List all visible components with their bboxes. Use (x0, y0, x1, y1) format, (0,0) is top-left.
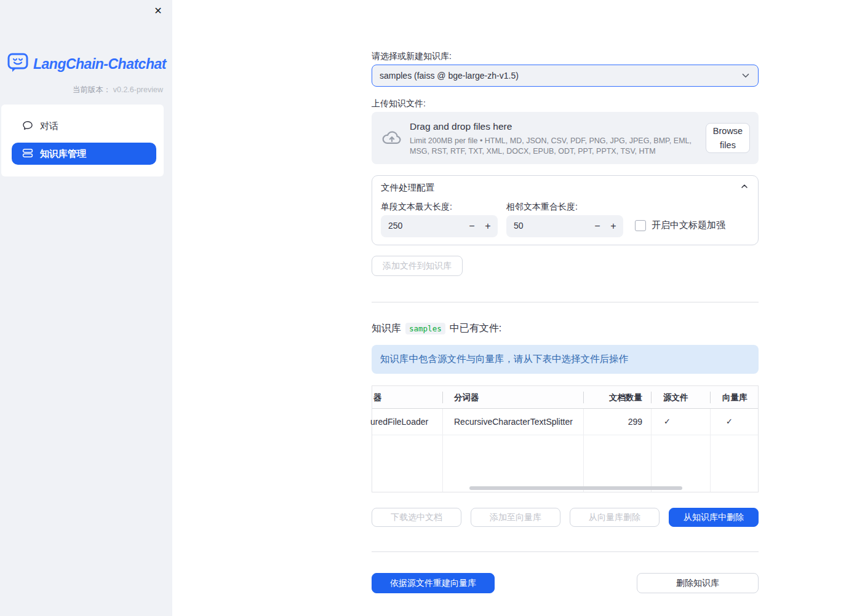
delete-kb-button[interactable]: 删除知识库 (637, 573, 759, 593)
rebuild-vector-store-button[interactable]: 依据源文件重建向量库 (372, 573, 495, 593)
table-horizontal-scrollbar[interactable] (469, 486, 682, 490)
logo-text: LangChain-Chatchat (33, 56, 166, 73)
checkbox-label: 开启中文标题加强 (652, 219, 725, 231)
main-content: 请选择或新建知识库: samples (faiss @ bge-large-zh… (372, 0, 759, 616)
info-alert: 知识库中包含源文件与向量库，请从下表中选择文件后操作 (372, 345, 759, 374)
checkbox-icon (635, 220, 646, 231)
app-window: ✕ LangChain-Chatchat 当前版本： v0.2.6-previe… (0, 0, 849, 616)
overlap-size-stepper: 50 − + (506, 215, 623, 237)
sidebar-item-knowledge-base[interactable]: 知识库管理 (12, 143, 156, 165)
cell-splitter[interactable]: RecursiveCharacterTextSplitter (454, 417, 573, 427)
table-row[interactable]: uredFileLoader RecursiveCharacterTextSpl… (372, 409, 758, 435)
sidebar-menu: 对话 知识库管理 (1, 105, 164, 176)
divider (372, 302, 759, 302)
col-header-splitter: 分词器 (454, 392, 479, 403)
dropzone-limit-text: Limit 200MB per file • HTML, MD, JSON, C… (410, 136, 693, 156)
chat-smiley-logo-icon (7, 53, 28, 76)
heading-prefix: 知识库 (372, 322, 401, 335)
table-header-row: 器 分词器 文档数量 源文件 向量库 (372, 386, 758, 409)
cell-vector-store-check[interactable]: ✓ (726, 417, 733, 426)
zh-title-enhance-checkbox[interactable]: 开启中文标题加强 (635, 219, 725, 231)
add-files-to-kb-button[interactable]: 添加文件到知识库 (372, 256, 463, 276)
upload-label: 上传知识文件: (372, 98, 426, 109)
col-header-doc-count: 文档数量 (583, 392, 642, 403)
sidebar-item-dialogue[interactable]: 对话 (12, 115, 156, 137)
knowledge-base-icon (22, 147, 34, 161)
info-alert-text: 知识库中包含源文件与向量库，请从下表中选择文件后操作 (372, 353, 628, 366)
chunk-size-input[interactable]: 250 (388, 221, 402, 231)
overlap-minus-button[interactable]: − (589, 215, 606, 237)
dropzone-text: Drag and drop files here Limit 200MB per… (410, 121, 693, 156)
chevron-up-icon (739, 181, 749, 194)
chunk-size-stepper: 250 − + (381, 215, 498, 237)
cell-doc-count[interactable]: 299 (583, 417, 642, 427)
kb-selectbox[interactable]: samples (faiss @ bge-large-zh-v1.5) (372, 65, 759, 87)
cell-loader[interactable]: uredFileLoader (370, 417, 428, 427)
chunk-size-label: 单段文本最大长度: (381, 202, 452, 213)
file-dropzone[interactable]: Drag and drop files here Limit 200MB per… (372, 112, 759, 164)
version-info: 当前版本： v0.2.6-preview (73, 85, 163, 95)
cloud-upload-icon (381, 128, 403, 149)
sidebar-item-label: 对话 (40, 120, 58, 132)
header-divider-tick (651, 392, 652, 403)
expander-header[interactable]: 文件处理配置 (372, 176, 758, 199)
download-selected-button[interactable]: 下载选中文档 (372, 508, 461, 527)
sidebar-close-button[interactable]: ✕ (151, 4, 165, 18)
col-header-vector-store: 向量库 (722, 392, 747, 403)
expander-title: 文件处理配置 (381, 182, 739, 194)
chunk-plus-button[interactable]: + (479, 215, 496, 237)
overlap-plus-button[interactable]: + (605, 215, 622, 237)
divider (372, 551, 759, 552)
dropzone-title: Drag and drop files here (410, 121, 693, 132)
header-divider-tick (583, 392, 584, 403)
delete-from-vector-store-button[interactable]: 从向量库删除 (570, 508, 660, 527)
kb-select-label: 请选择或新建知识库: (372, 51, 452, 62)
app-logo: LangChain-Chatchat (7, 53, 166, 76)
chat-bubble-icon (22, 119, 34, 133)
sidebar-item-label: 知识库管理 (40, 148, 86, 160)
version-value: v0.2.6-preview (113, 85, 163, 94)
overlap-size-label: 相邻文本重合长度: (506, 202, 578, 213)
cell-source-file-check[interactable]: ✓ (664, 417, 671, 426)
col-header-source-file: 源文件 (663, 392, 688, 403)
heading-suffix: 中已有文件: (450, 322, 501, 335)
overlap-size-input[interactable]: 50 (514, 221, 524, 231)
header-divider-tick (710, 392, 711, 403)
sidebar: ✕ LangChain-Chatchat 当前版本： v0.2.6-previe… (0, 0, 172, 616)
col-header-loader: 器 (373, 392, 382, 403)
header-divider-tick (442, 392, 443, 403)
kb-name-code: samples (405, 323, 445, 334)
delete-from-kb-button[interactable]: 从知识库中删除 (669, 508, 759, 527)
add-to-vector-store-button[interactable]: 添加至向量库 (471, 508, 560, 527)
version-label: 当前版本： (73, 85, 111, 94)
browse-files-button[interactable]: Browse files (706, 123, 750, 153)
file-config-expander: 文件处理配置 单段文本最大长度: 相邻文本重合长度: 250 − + 50 − … (372, 175, 759, 245)
chunk-minus-button[interactable]: − (463, 215, 480, 237)
chevron-down-icon (740, 70, 758, 81)
kb-files-table[interactable]: 器 分词器 文档数量 源文件 向量库 uredFileLoader Recurs… (372, 385, 759, 492)
kb-selectbox-value: samples (faiss @ bge-large-zh-v1.5) (372, 71, 740, 81)
kb-files-heading: 知识库 samples 中已有文件: (372, 322, 501, 335)
